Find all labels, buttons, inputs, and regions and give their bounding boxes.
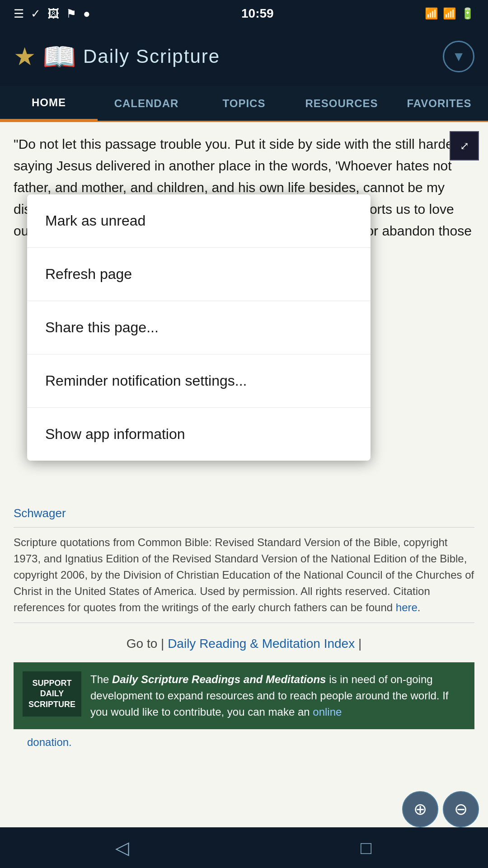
image-icon: 🖼	[47, 7, 59, 21]
menu-item-reminder[interactable]: Reminder notification settings...	[27, 354, 371, 408]
nav-item-resources[interactable]: RESOURCES	[293, 86, 390, 121]
header-logo: ★ 📖 Daily Scripture	[14, 41, 220, 73]
bottom-navigation: ◁ □	[0, 827, 488, 868]
home-button[interactable]: □	[348, 830, 384, 866]
app-title: Daily Scripture	[83, 46, 220, 67]
menu-item-refresh[interactable]: Refresh page	[27, 248, 371, 301]
battery-icon: 🔋	[461, 7, 474, 20]
sim-icon: 📶	[425, 7, 438, 20]
home-icon: □	[361, 838, 371, 858]
star-icon[interactable]: ★	[14, 42, 36, 71]
navigation-bar: HOME CALENDAR TOPICS RESOURCES FAVORITES	[0, 86, 488, 122]
flag-icon: ⚑	[66, 7, 76, 21]
check-icon: ✓	[31, 7, 41, 21]
dropdown-button[interactable]: ▼	[443, 41, 474, 72]
status-time: 10:59	[241, 6, 274, 21]
main-content: ⤢ "Do not let this passage trouble you. …	[0, 122, 488, 827]
status-icons-left: ☰ ✓ 🖼 ⚑ ●	[14, 7, 90, 21]
nav-item-topics[interactable]: TOPICS	[195, 86, 293, 121]
nav-item-home[interactable]: HOME	[0, 86, 98, 121]
menu-item-share[interactable]: Share this page...	[27, 301, 371, 354]
book-icon-container: 📖 Daily Scripture	[42, 41, 220, 73]
back-button[interactable]: ◁	[104, 830, 140, 866]
app-header: ★ 📖 Daily Scripture ▼	[0, 27, 488, 86]
menu-item-mark-unread[interactable]: Mark as unread	[27, 194, 371, 248]
status-bar: ☰ ✓ 🖼 ⚑ ● 10:59 📶 📶 🔋	[0, 0, 488, 27]
chevron-down-icon: ▼	[452, 49, 465, 64]
menu-item-app-info[interactable]: Show app information	[27, 408, 371, 461]
wifi-icon: 📶	[443, 7, 456, 20]
notification-icon: ☰	[14, 7, 24, 21]
context-menu: Mark as unread Refresh page Share this p…	[27, 194, 371, 461]
nav-item-favorites[interactable]: FAVORITES	[390, 86, 488, 121]
book-icon: 📖	[42, 41, 76, 73]
nav-item-calendar[interactable]: CALENDAR	[98, 86, 195, 121]
whatsapp-icon: ●	[83, 7, 90, 21]
status-icons-right: 📶 📶 🔋	[425, 7, 474, 20]
back-icon: ◁	[115, 837, 129, 858]
